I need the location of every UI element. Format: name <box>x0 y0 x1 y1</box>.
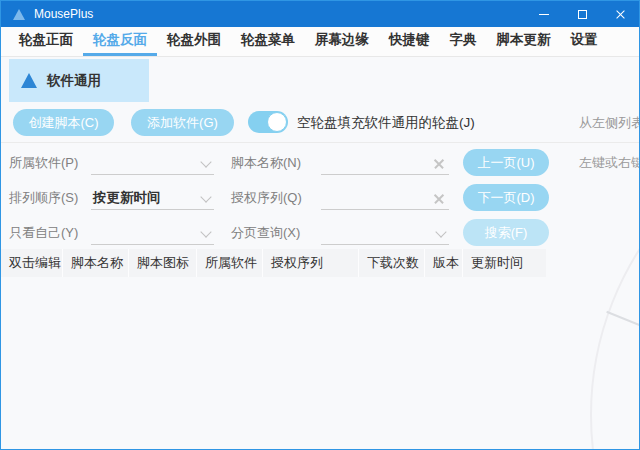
content-area: 软件通用 创建脚本(C) 添加软件(G) 空轮盘填充软件通用的轮盘(J) 从左侧… <box>1 57 639 449</box>
page-query-select[interactable] <box>321 222 449 245</box>
script-name-input[interactable] <box>321 152 449 175</box>
close-icon <box>615 9 626 20</box>
sort-order-select-value: 按更新时间 <box>91 187 214 209</box>
clear-icon[interactable] <box>433 192 445 204</box>
hint-text-mouse-buttons: 左键或右键 <box>579 149 639 177</box>
fill-empty-wheel-toggle[interactable] <box>248 111 288 133</box>
tab-hotkeys[interactable]: 快捷键 <box>379 27 440 56</box>
tab-wheel-back[interactable]: 轮盘反面 <box>83 27 157 56</box>
script-name-label: 脚本名称(N) <box>231 149 301 177</box>
tab-wheel-front[interactable]: 轮盘正面 <box>9 27 83 56</box>
only-self-label: 只看自己(Y) <box>9 219 78 247</box>
tab-settings[interactable]: 设置 <box>561 27 608 56</box>
app-window: MousePlus 轮盘正面 轮盘反面 轮盘外围 轮盘菜单 屏幕边缘 快捷键 字… <box>0 0 640 450</box>
only-self-select[interactable] <box>91 222 214 245</box>
col-update-time: 更新时间 <box>463 249 546 277</box>
window-controls <box>525 1 639 27</box>
form-row-3: 只看自己(Y) 分页查询(X) 搜索(F) <box>1 219 639 247</box>
app-logo-icon <box>13 9 25 20</box>
col-version: 版本 <box>425 249 463 277</box>
minimize-icon <box>539 14 549 15</box>
software-select[interactable] <box>91 152 214 175</box>
category-panel-label: 软件通用 <box>47 72 101 90</box>
script-table-header: 双击编辑 脚本名称 脚本图标 所属软件 授权序列 下载次数 版本 更新时间 <box>1 249 546 277</box>
tab-bar: 轮盘正面 轮盘反面 轮盘外围 轮盘菜单 屏幕边缘 快捷键 字典 脚本更新 设置 <box>1 27 639 57</box>
chevron-down-icon <box>435 226 446 237</box>
create-script-button[interactable]: 创建脚本(C) <box>13 109 114 136</box>
form-row-1: 所属软件(P) 脚本名称(N) 上一页(U) 左键或右键 <box>1 149 639 177</box>
maximize-button[interactable] <box>563 1 601 27</box>
hint-text-left-list: 从左侧列表 <box>579 109 639 136</box>
category-panel-software-general[interactable]: 软件通用 <box>9 59 149 102</box>
add-software-button[interactable]: 添加软件(G) <box>131 109 234 136</box>
sort-order-label: 排列顺序(S) <box>9 184 78 212</box>
form-row-2: 排列顺序(S) 按更新时间 授权序列(Q) 下一页(D) <box>1 184 639 212</box>
fill-empty-wheel-toggle-label: 空轮盘填充软件通用的轮盘(J) <box>297 109 475 136</box>
col-double-click-edit: 双击编辑 <box>1 249 63 277</box>
col-download-count: 下载次数 <box>359 249 425 277</box>
col-software: 所属软件 <box>197 249 263 277</box>
tab-wheel-menu[interactable]: 轮盘菜单 <box>231 27 305 56</box>
sort-order-select[interactable]: 按更新时间 <box>91 187 214 210</box>
title-bar: MousePlus <box>1 1 639 27</box>
tab-dictionary[interactable]: 字典 <box>440 27 487 56</box>
next-page-button[interactable]: 下一页(D) <box>463 184 549 211</box>
auth-serial-input[interactable] <box>321 187 449 210</box>
tab-screen-edge[interactable]: 屏幕边缘 <box>305 27 379 56</box>
software-label: 所属软件(P) <box>9 149 78 177</box>
page-query-label: 分页查询(X) <box>231 219 300 247</box>
col-script-icon: 脚本图标 <box>129 249 197 277</box>
window-title: MousePlus <box>34 7 93 21</box>
close-button[interactable] <box>601 1 639 27</box>
chevron-down-icon <box>200 156 211 167</box>
arrow-up-icon <box>21 73 37 88</box>
col-script-name: 脚本名称 <box>63 249 129 277</box>
col-auth-serial: 授权序列 <box>263 249 359 277</box>
toolbar-divider <box>1 142 639 143</box>
tab-wheel-outer[interactable]: 轮盘外围 <box>157 27 231 56</box>
clear-icon[interactable] <box>433 157 445 169</box>
chevron-down-icon <box>200 226 211 237</box>
toggle-knob <box>267 112 287 132</box>
auth-serial-label: 授权序列(Q) <box>231 184 302 212</box>
prev-page-button[interactable]: 上一页(U) <box>463 149 549 176</box>
minimize-button[interactable] <box>525 1 563 27</box>
search-button[interactable]: 搜索(F) <box>463 219 549 246</box>
tab-script-update[interactable]: 脚本更新 <box>487 27 561 56</box>
maximize-icon <box>578 10 587 19</box>
